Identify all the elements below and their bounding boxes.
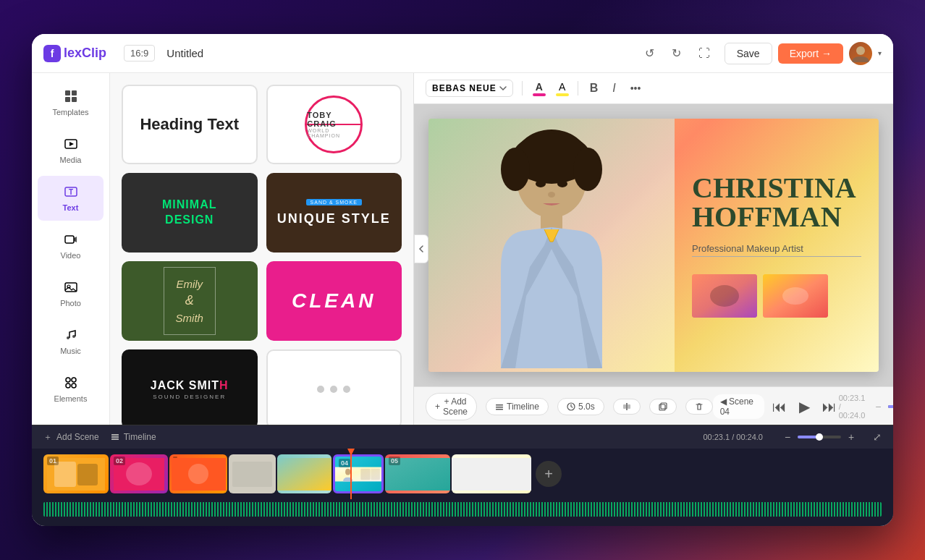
media-icon — [64, 137, 78, 151]
italic-button[interactable]: I — [609, 79, 618, 98]
template-card-jack[interactable]: JACK SMITH SOUND DESIGNER — [122, 349, 258, 425]
sidebar-item-templates[interactable]: Templates — [38, 80, 104, 125]
undo-button[interactable]: ↺ — [642, 43, 657, 63]
scene-left-controls: + + Add Scene Timeline — [426, 393, 713, 420]
timeline-thumb-3[interactable] — [169, 454, 227, 493]
canvas-area: CHRISTINA HOFFMAN Professional Makeup Ar… — [414, 104, 893, 386]
track-5-visual — [277, 458, 331, 491]
split-button[interactable] — [613, 399, 641, 415]
heading-text: Heading Text — [140, 115, 239, 134]
next-scene-button[interactable]: ⏭ — [820, 395, 839, 418]
svg-point-16 — [66, 383, 70, 388]
svg-rect-45 — [111, 436, 119, 438]
zoom-controls: − + — [871, 399, 893, 414]
timeline-thumb-1[interactable]: 01 — [43, 454, 109, 493]
duplicate-button[interactable] — [649, 399, 677, 415]
sidebar-item-media[interactable]: Media — [38, 128, 104, 173]
avatar[interactable] — [849, 42, 872, 65]
timeline-thumb-5[interactable] — [277, 454, 331, 493]
sidebar-item-elements[interactable]: Elements — [38, 367, 104, 412]
add-scene-button[interactable]: + + Add Scene — [426, 393, 477, 420]
avatar-chevron[interactable]: ▾ — [878, 49, 882, 57]
timeline-zoom-slider[interactable] — [798, 436, 841, 438]
music-icon — [64, 328, 78, 342]
sidebar-item-video[interactable]: Video — [38, 224, 104, 268]
svg-point-0 — [856, 46, 865, 55]
sidebar-item-overlays[interactable]: Overlays — [38, 415, 104, 425]
audio-track — [32, 499, 893, 519]
timeline-thumb-6-active[interactable]: 04 — [333, 454, 384, 493]
timeline-timeline-btn[interactable]: Timeline — [111, 432, 156, 442]
canvas[interactable]: CHRISTINA HOFFMAN Professional Makeup Ar… — [428, 119, 879, 372]
timeline-zoom-in[interactable]: + — [844, 430, 858, 444]
timeline-bars-icon — [111, 433, 119, 441]
scene-right-controls: 00:23.1 / 00:24.0 − + ⤢ 🎤 — [839, 394, 893, 420]
sidebar-label-video: Video — [61, 251, 81, 260]
time-display: 00:23.1 / 00:24.0 — [839, 394, 866, 420]
clock-icon — [567, 402, 575, 411]
play-button[interactable]: ▶ — [795, 395, 814, 418]
fullscreen-button[interactable]: ⛶ — [696, 44, 713, 63]
template-card-minimal[interactable]: MINIMALDESIGN — [122, 173, 258, 253]
timeline-thumb-2[interactable]: 02 — [110, 454, 168, 493]
timeline-expand[interactable]: ⤢ — [873, 431, 882, 443]
more-options-button[interactable]: ••• — [628, 80, 644, 97]
logo-text: lexClip — [64, 46, 106, 61]
person-svg — [443, 122, 660, 368]
svg-point-29 — [557, 180, 567, 187]
template-card-more[interactable] — [266, 349, 402, 425]
sidebar-item-text[interactable]: T Text — [38, 176, 104, 221]
svg-rect-55 — [232, 462, 272, 487]
timeline-time: 00:23.1 / 00:24.0 — [703, 433, 763, 441]
template-card-unique[interactable]: SAND & SMOKE UNIQUE STYLE — [266, 173, 402, 253]
sidebar-item-music[interactable]: Music — [38, 319, 104, 364]
delete-button[interactable] — [685, 399, 713, 415]
svg-rect-2 — [72, 90, 77, 96]
add-track-button[interactable]: + — [536, 461, 562, 487]
text-color-button[interactable]: A — [531, 80, 547, 96]
timeline-thumb-8[interactable] — [452, 454, 531, 493]
title-input[interactable] — [166, 47, 630, 59]
track-num-2: 02 — [114, 457, 125, 465]
playhead — [350, 449, 352, 499]
aspect-ratio[interactable]: 16:9 — [124, 45, 155, 61]
export-button[interactable]: Export → — [778, 43, 843, 64]
template-card-clean[interactable]: CLEAN — [266, 261, 402, 341]
scene-center-controls: ◀ Scene 04 ⏮ ▶ ⏭ — [713, 394, 839, 419]
zoom-out-button[interactable]: − — [871, 399, 885, 414]
timeline-thumb-4[interactable] — [229, 454, 276, 493]
svg-rect-62 — [452, 458, 531, 491]
collapse-button[interactable] — [414, 234, 428, 263]
highlight-button[interactable]: A — [556, 81, 569, 96]
redo-button[interactable]: ↻ — [669, 43, 684, 63]
font-selector[interactable]: BEBAS NEUE — [426, 80, 513, 97]
duration-button[interactable]: 5.0s — [557, 398, 604, 415]
timeline-button[interactable]: Timeline — [486, 398, 549, 415]
save-button[interactable]: Save — [725, 43, 772, 64]
scene-label: ◀ Scene 04 — [713, 394, 765, 419]
template-card-heading[interactable]: Heading Text — [122, 85, 258, 164]
split-icon — [622, 402, 631, 411]
prev-scene-button[interactable]: ⏮ — [770, 395, 789, 418]
emily-text: Emily&Smith — [176, 276, 203, 325]
svg-marker-6 — [69, 142, 74, 146]
svg-rect-59 — [371, 468, 379, 479]
timeline-zoom-out[interactable]: − — [780, 430, 795, 444]
canvas-person — [428, 119, 675, 372]
unique-badge: SAND & SMOKE — [306, 199, 362, 205]
template-card-emily[interactable]: Emily&Smith — [122, 261, 258, 341]
svg-text:T: T — [68, 188, 72, 196]
toby-subtitle: WORLD CHAMPION — [307, 128, 360, 138]
svg-rect-1 — [65, 90, 70, 96]
template-card-toby[interactable]: TOBY CRAIG WORLD CHAMPION — [266, 85, 402, 164]
svg-point-25 — [501, 148, 530, 191]
timeline-thumb-7[interactable]: 05 — [385, 454, 450, 493]
zoom-slider[interactable] — [888, 405, 893, 408]
svg-rect-41 — [628, 404, 630, 409]
add-scene-label: + Add Scene — [443, 396, 468, 417]
bold-button[interactable]: B — [587, 79, 601, 98]
timeline-controls: ＋ Add Scene Timeline 00:23.1 / 00:24.0 −… — [32, 425, 893, 449]
sidebar-item-photo[interactable]: Photo — [38, 271, 104, 316]
timeline-add-scene[interactable]: ＋ Add Scene — [43, 431, 99, 444]
header-actions: Save Export → ▾ — [725, 42, 882, 65]
